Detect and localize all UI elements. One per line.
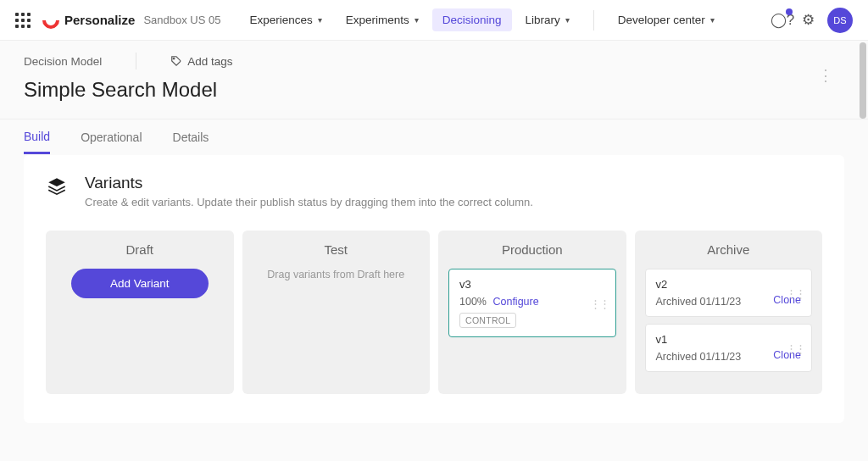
sandbox-label[interactable]: Sandbox US 05	[143, 14, 220, 26]
gear-icon: ⚙	[802, 11, 815, 29]
column-draft[interactable]: Draft Add Variant	[46, 230, 234, 394]
breadcrumb-row: Decision Model Add tags	[24, 53, 844, 69]
tab-details[interactable]: Details	[173, 122, 209, 153]
column-title: Archive	[645, 242, 813, 257]
nav-divider	[593, 10, 594, 31]
top-nav: Personalize Sandbox US 05 Experiences ▾ …	[0, 0, 868, 41]
column-test[interactable]: Test Drag variants from Draft here	[242, 230, 431, 394]
nav-label: Developer center	[618, 14, 705, 26]
variant-card[interactable]: v1 Archived 01/11/23 Clone	[645, 324, 813, 372]
nav-label: Experiments	[346, 14, 409, 26]
page-header: Decision Model Add tags Simple Search Mo…	[0, 41, 868, 119]
chevron-down-icon: ▾	[710, 15, 715, 25]
tab-operational[interactable]: Operational	[81, 122, 142, 153]
breadcrumb-divider	[136, 53, 136, 69]
chevron-down-icon: ▾	[318, 15, 322, 25]
add-tags-button[interactable]: Add tags	[170, 55, 232, 68]
archived-date: Archived 01/11/23	[656, 351, 742, 363]
brand-name: Personalize	[64, 13, 135, 27]
variant-name: v1	[656, 333, 802, 346]
more-actions-button[interactable]: ⋮	[818, 66, 834, 85]
nav-decisioning[interactable]: Decisioning	[432, 8, 512, 31]
variant-percent: 100%	[459, 296, 487, 308]
apps-grid-icon[interactable]	[15, 13, 31, 28]
user-avatar[interactable]: DS	[827, 8, 853, 33]
nav-label: Decisioning	[442, 14, 502, 26]
breadcrumb[interactable]: Decision Model	[24, 55, 102, 68]
layers-icon	[46, 175, 68, 197]
variant-name: v2	[656, 278, 802, 291]
primary-nav: Experiences ▾ Experiments ▾ Decisioning …	[239, 8, 724, 31]
notification-dot-icon	[786, 8, 793, 15]
page-title: Simple Search Model	[24, 78, 844, 102]
variant-meta: 100% Configure	[459, 296, 605, 308]
archived-date: Archived 01/11/23	[656, 296, 742, 308]
variant-meta: Archived 01/11/23 Clone	[656, 296, 802, 308]
svg-point-0	[174, 58, 175, 59]
nav-experiences[interactable]: Experiences ▾	[239, 8, 331, 31]
nav-developer-center[interactable]: Developer center ▾	[608, 8, 725, 31]
panel-subtitle: Create & edit variants. Update their pub…	[85, 196, 533, 208]
panel-title: Variants	[85, 174, 533, 192]
variant-name: v3	[459, 278, 605, 291]
panel-header: Variants Create & edit variants. Update …	[46, 174, 822, 208]
variant-card[interactable]: v3 100% Configure CONTROL	[448, 269, 616, 337]
column-title: Test	[253, 242, 420, 257]
drag-handle-icon[interactable]	[786, 291, 804, 295]
nav-library[interactable]: Library ▾	[515, 8, 580, 31]
column-title: Draft	[56, 242, 224, 257]
drag-handle-icon[interactable]	[590, 301, 609, 305]
tab-build[interactable]: Build	[24, 121, 50, 154]
chevron-down-icon: ▾	[415, 15, 419, 25]
add-variant-button[interactable]: Add Variant	[71, 269, 209, 298]
column-production[interactable]: Production v3 100% Configure CONTROL	[438, 230, 626, 394]
add-tags-label: Add tags	[187, 55, 232, 68]
drag-handle-icon[interactable]	[786, 346, 804, 350]
scrollbar-thumb[interactable]	[860, 42, 866, 119]
column-hint: Drag variants from Draft here	[253, 269, 420, 280]
help-button[interactable]: ◯?	[770, 8, 795, 33]
column-title: Production	[448, 242, 616, 257]
tab-bar: Build Operational Details	[0, 119, 868, 155]
vertical-scrollbar[interactable]	[860, 41, 866, 461]
nav-label: Library	[526, 14, 560, 26]
variant-meta: Archived 01/11/23 Clone	[656, 351, 802, 363]
configure-link[interactable]: Configure	[492, 296, 538, 308]
nav-label: Experiences	[249, 14, 312, 26]
column-archive[interactable]: Archive v2 Archived 01/11/23 Clone v1 Ar…	[635, 230, 823, 394]
brand-logo-icon	[42, 12, 59, 29]
tag-icon	[170, 55, 182, 67]
variants-panel: Variants Create & edit variants. Update …	[24, 155, 844, 423]
nav-experiments[interactable]: Experiments ▾	[336, 8, 429, 31]
page-body: Decision Model Add tags Simple Search Mo…	[0, 41, 868, 461]
control-badge: CONTROL	[459, 313, 516, 328]
chevron-down-icon: ▾	[565, 15, 570, 25]
settings-button[interactable]: ⚙	[795, 8, 821, 33]
variant-card[interactable]: v2 Archived 01/11/23 Clone	[645, 269, 813, 317]
variant-columns: Draft Add Variant Test Drag variants fro…	[46, 230, 822, 394]
avatar-initials: DS	[833, 15, 846, 25]
